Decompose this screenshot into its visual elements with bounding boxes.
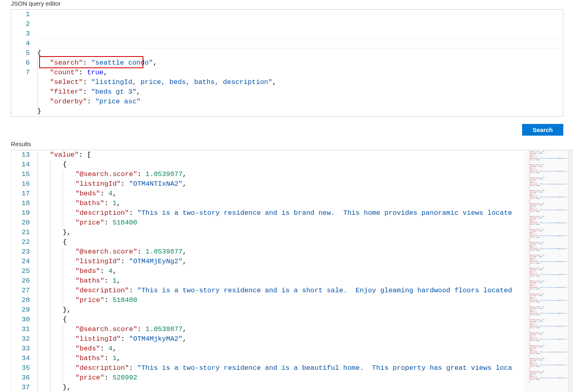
scrollbar[interactable] <box>568 150 573 392</box>
editor-title: JSON query editor <box>1 0 573 9</box>
results-title: Results <box>1 140 573 150</box>
minimap[interactable]: "@search.score": 1.05, "listingId": "OTM… <box>524 150 568 392</box>
query-editor[interactable]: 1234567 { "search": "seattle condo", "co… <box>11 9 563 117</box>
search-button[interactable]: Search <box>522 124 563 136</box>
results-editor[interactable]: 1314151617181920212223242526272829303132… <box>11 150 573 392</box>
results-gutter: 1314151617181920212223242526272829303132… <box>11 150 37 392</box>
query-gutter: 1234567 <box>11 10 37 116</box>
